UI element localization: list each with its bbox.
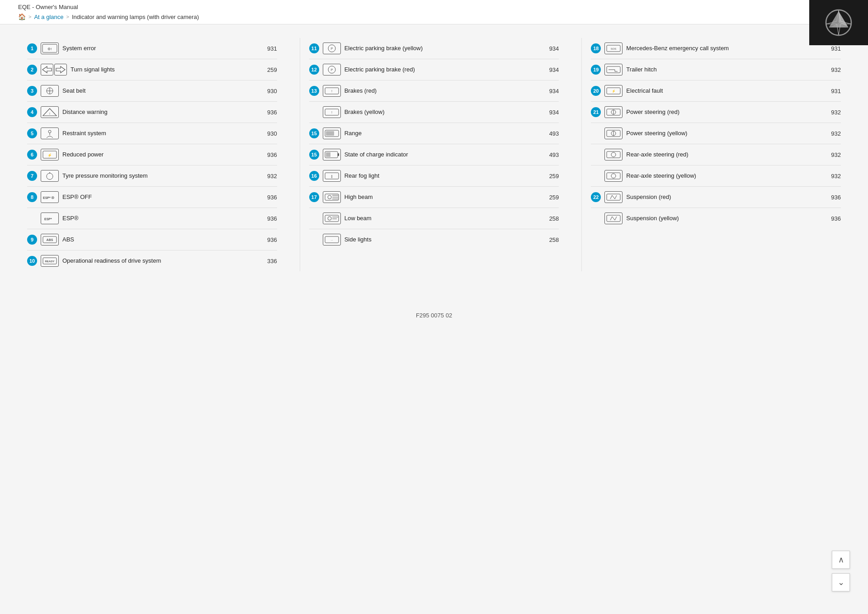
manual-title: EQE - Owner's Manual <box>18 4 78 10</box>
document-id: F295 0075 02 <box>416 312 452 319</box>
item-number: 3 <box>27 86 37 96</box>
mercedes-logo <box>809 0 868 45</box>
tyre-pressure-icon <box>41 170 59 182</box>
item-label: Trailer hitch <box>626 66 824 74</box>
item-number: 1 <box>27 43 37 53</box>
low-beam-icon <box>323 213 341 224</box>
item-label: Range <box>344 130 542 137</box>
svg-rect-36 <box>338 153 339 156</box>
item-label: Mercedes-Benz emergency call system <box>626 45 824 52</box>
suspension-yellow-icon <box>604 213 623 224</box>
breadcrumb: 🏠 > At a glance > Indicator and warning … <box>18 13 850 20</box>
item-page: 934 <box>549 88 559 94</box>
svg-text:⚙!: ⚙! <box>47 47 52 51</box>
item-page: 934 <box>549 66 559 73</box>
breadcrumb-sep-1: > <box>28 14 31 19</box>
item-page: 336 <box>267 258 277 264</box>
power-steering-yellow-icon <box>604 128 623 139</box>
item-label: Tyre pressure monitoring system <box>62 172 260 180</box>
list-item-sub: ··· Side lights 258 <box>309 229 559 250</box>
item-label: Suspension (red) <box>626 194 824 201</box>
item-number: 15 <box>309 128 319 138</box>
breadcrumb-at-a-glance[interactable]: At a glance <box>34 14 63 20</box>
item-label: Rear-axle steering (red) <box>626 151 824 159</box>
scroll-to-top-button[interactable]: ∧ <box>832 551 850 569</box>
item-number: 5 <box>27 128 37 138</box>
item-number: 19 <box>591 65 601 75</box>
column-2: 11 P Electric parking brake (yellow) 934… <box>309 38 573 271</box>
item-number: 6 <box>27 150 37 160</box>
item-page: 936 <box>267 151 277 158</box>
rear-axle-yellow-icon <box>604 170 623 182</box>
column-divider-2 <box>581 38 582 271</box>
item-page: 259 <box>267 66 277 73</box>
item-label: Side lights <box>344 236 542 244</box>
svg-point-16 <box>47 173 53 179</box>
soc-icon <box>323 149 341 161</box>
svg-point-12 <box>48 130 51 133</box>
item-label: State of charge indicator <box>344 151 542 159</box>
list-item: 9 ABS ABS 936 <box>27 229 277 250</box>
svg-point-65 <box>611 174 616 178</box>
item-page: 932 <box>831 130 841 137</box>
list-item: 21 Power steering (red) 932 <box>591 102 841 123</box>
list-item-sub: Power steering (yellow) 932 <box>591 123 841 144</box>
trailer-hitch-icon <box>604 64 623 76</box>
item-label: Operational readiness of drive system <box>62 257 260 265</box>
item-page: 934 <box>549 109 559 116</box>
main-content: 1 ⚙! System error 931 2 Turn signal ligh… <box>0 24 868 285</box>
item-label: System error <box>62 45 260 52</box>
column-1: 1 ⚙! System error 931 2 Turn signal ligh… <box>27 38 291 271</box>
svg-text:ABS: ABS <box>47 238 53 241</box>
svg-rect-34 <box>326 131 334 136</box>
item-page: 932 <box>831 151 841 158</box>
list-item: 8 ESP*⊗ ESP® OFF 936 <box>27 187 277 208</box>
item-number: 13 <box>309 86 319 96</box>
list-item: 11 P Electric parking brake (yellow) 934 <box>309 38 559 59</box>
svg-text:⊗: ⊗ <box>51 195 55 200</box>
item-label: ESP® <box>62 215 260 222</box>
item-page: 936 <box>831 194 841 201</box>
item-page: 259 <box>549 173 559 179</box>
item-page: 258 <box>549 215 559 222</box>
turn-signal-icon <box>41 64 67 76</box>
svg-rect-37 <box>326 152 330 157</box>
item-label: Power steering (yellow) <box>626 130 824 137</box>
emergency-call-icon: SOS <box>604 43 623 54</box>
list-item: 6 ⚡ Reduced power 936 <box>27 144 277 165</box>
item-page: 936 <box>267 109 277 116</box>
item-number: 10 <box>27 256 37 266</box>
reduced-power-icon: ⚡ <box>41 149 59 161</box>
scroll-to-bottom-button[interactable]: ⌄ <box>832 573 850 591</box>
svg-point-46 <box>328 217 331 220</box>
item-label: Distance warning <box>62 109 260 116</box>
rear-fog-icon: ‖ <box>323 170 341 182</box>
home-icon[interactable]: 🏠 <box>18 13 26 20</box>
item-label: Turn signal lights <box>71 66 260 74</box>
svg-text:P: P <box>330 47 333 50</box>
system-error-icon: ⚙! <box>41 43 59 54</box>
item-label: Brakes (red) <box>344 87 542 95</box>
list-item: 17 High beam 259 <box>309 187 559 208</box>
svg-text:ESP*: ESP* <box>44 217 52 221</box>
item-label: Rear fog light <box>344 172 542 180</box>
list-item: 18 SOS Mercedes-Benz emergency call syst… <box>591 38 841 59</box>
electrical-fault-icon: ⚡ <box>604 85 623 97</box>
item-page: 493 <box>549 151 559 158</box>
item-page: 259 <box>549 194 559 201</box>
item-label: Brakes (yellow) <box>344 109 542 116</box>
svg-text:SOS: SOS <box>611 47 617 50</box>
item-label: Suspension (yellow) <box>626 215 824 222</box>
item-label: Rear-axle steering (yellow) <box>626 172 824 180</box>
epb-yellow-icon: P <box>323 43 341 54</box>
list-item: 5 Restraint system 930 <box>27 123 277 144</box>
svg-text:⚡: ⚡ <box>612 89 616 93</box>
svg-text:!: ! <box>49 112 50 115</box>
list-item: 15 State of charge indicator 493 <box>309 144 559 165</box>
list-item: 20 ⚡ Electrical fault 931 <box>591 80 841 102</box>
item-page: 930 <box>267 88 277 94</box>
side-lights-icon: ··· <box>323 234 341 246</box>
svg-text:READY: READY <box>45 260 54 263</box>
distance-warning-icon: ! <box>41 106 59 118</box>
item-number: 7 <box>27 171 37 181</box>
